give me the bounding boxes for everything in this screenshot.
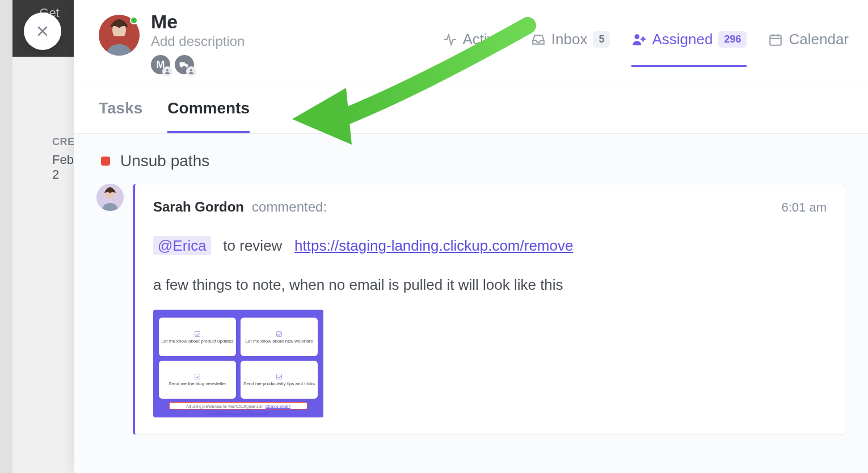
comment-review-text-2: to review [223, 237, 282, 254]
task-title: Unsub paths [120, 152, 209, 170]
profile-avatar-wrap[interactable] [99, 15, 140, 56]
nav-calendar-label: Calendar [789, 31, 849, 48]
comment-author-avatar[interactable] [96, 184, 124, 211]
close-icon [35, 24, 50, 39]
comment-block: Sarah Gordon commented: 6:01 am @Erica t… [96, 184, 845, 435]
comment-head: Sarah Gordon commented: 6:01 am [153, 199, 827, 215]
attachment-grid: Let me know about product updates Let me… [159, 318, 318, 399]
tab-tasks[interactable]: Tasks [99, 99, 142, 133]
profile-name: Me [151, 11, 245, 32]
team-badges: M [151, 55, 245, 74]
comment-review-text [215, 237, 219, 254]
nav-activity-label: Activity [463, 31, 509, 48]
comment-link[interactable]: https://staging-landing.clickup.com/remo… [294, 237, 573, 254]
svg-rect-6 [770, 35, 782, 45]
attach-card-0: Let me know about product updates [159, 318, 236, 356]
presence-indicator-icon [130, 16, 138, 24]
inbox-icon [531, 32, 546, 47]
assigned-icon [631, 32, 646, 47]
calendar-icon [768, 32, 783, 47]
comment-card: Sarah Gordon commented: 6:01 am @Erica t… [133, 184, 845, 435]
checkbox-icon [195, 374, 200, 379]
comment-author: Sarah Gordon [153, 199, 244, 215]
content-body: Unsub paths Sarah Gordon commented: 6:01… [74, 134, 868, 473]
attachment-footer-wrap: Adjusting preferences for wes4151@gmail.… [159, 399, 318, 414]
main-panel: Me Add description M [74, 0, 868, 473]
nav-assigned-count: 296 [718, 31, 747, 48]
task-status-icon [101, 157, 110, 166]
mention-erica[interactable]: @Erica [153, 236, 211, 255]
task-row[interactable]: Unsub paths [96, 150, 845, 184]
team-badge-m-sub-icon [162, 66, 172, 77]
checkbox-icon [276, 374, 282, 379]
attachment-footer: Adjusting preferences for wes4151@gmail.… [169, 402, 307, 409]
panel-header: Me Add description M [74, 0, 868, 82]
nav-inbox-label: Inbox [551, 31, 588, 48]
attachment-footer-link: Change email? [266, 404, 290, 408]
team-badge-m[interactable]: M [151, 55, 170, 74]
nav-calendar[interactable]: Calendar [768, 31, 849, 67]
close-button[interactable] [24, 12, 61, 50]
nav-assigned[interactable]: Assigned 296 [631, 31, 747, 67]
header-nav: Activity Inbox 5 Assigned 296 Calendar [443, 31, 849, 67]
team-badge-truck[interactable] [175, 55, 194, 74]
content-tabs: Tasks Comments [74, 82, 868, 134]
nav-activity[interactable]: Activity [443, 31, 509, 67]
profile-meta: Me Add description M [151, 11, 245, 74]
profile-description[interactable]: Add description [151, 33, 245, 49]
svg-point-5 [635, 34, 640, 39]
comment-body: @Erica to review https://staging-landing… [153, 234, 827, 257]
comment-timestamp: 6:01 am [782, 200, 827, 215]
attachment-sublink: Unsubscribe me from all ClickUp emails [159, 411, 318, 414]
background-panel: Get CREA Feb 2 [0, 0, 74, 473]
checkbox-icon [195, 331, 200, 337]
svg-point-3 [180, 66, 182, 67]
activity-icon [443, 32, 457, 47]
nav-inbox[interactable]: Inbox 5 [531, 31, 610, 67]
nav-inbox-count: 5 [593, 31, 610, 48]
team-badge-truck-sub-icon [186, 66, 196, 77]
attachment-footer-text: Adjusting preferences for wes4151@gmail.… [186, 404, 266, 408]
checkbox-icon [276, 331, 282, 337]
tab-comments[interactable]: Comments [167, 99, 250, 133]
attach-card-2: Send me the blog newsletter [159, 361, 236, 399]
attach-card-3: Send me productivity tips and tricks [241, 361, 318, 399]
attach-card-1: Let me know about new webinars [241, 318, 318, 356]
comment-verb: commented: [252, 199, 327, 215]
comment-note: a few things to note, when no email is p… [153, 276, 827, 294]
comment-attachment[interactable]: Let me know about product updates Let me… [153, 310, 323, 417]
nav-assigned-label: Assigned [652, 31, 713, 48]
